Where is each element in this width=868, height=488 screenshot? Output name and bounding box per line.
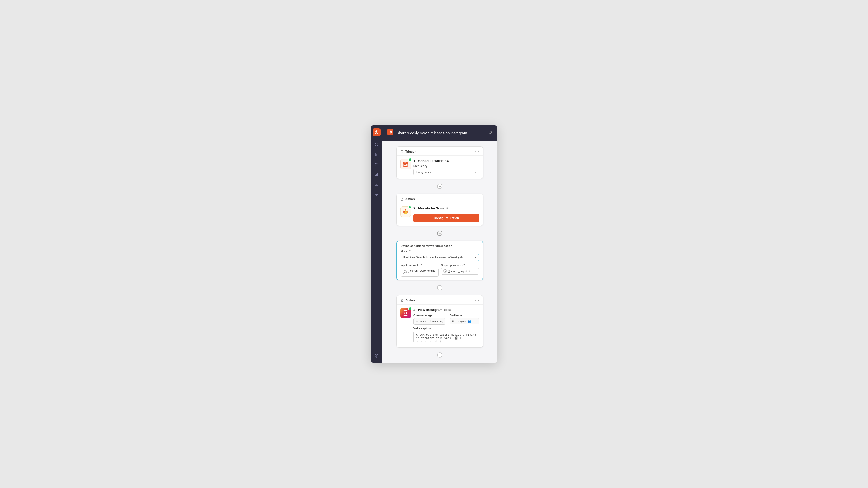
- frequency-select[interactable]: Every dayEvery weekEvery month: [413, 169, 479, 175]
- trigger-icon: [400, 150, 404, 153]
- action-1-step-info: 2. Models by Summit Configure Action: [413, 206, 479, 222]
- action-1-step-row: 2. Models by Summit Configure Action: [400, 206, 479, 222]
- add-step-4[interactable]: +: [437, 352, 442, 357]
- add-step-3[interactable]: +: [437, 285, 442, 290]
- eye-icon: 👁: [452, 319, 455, 323]
- help-icon[interactable]: [373, 352, 380, 360]
- conditions-card: Define conditions for workflow action Mo…: [396, 240, 483, 280]
- dashboard-icon[interactable]: [373, 140, 380, 148]
- caption-textarea[interactable]: [413, 331, 479, 343]
- image-value: movie_releases.png: [420, 320, 443, 323]
- input-param-input[interactable]: {{ current_week_ending }}: [401, 268, 439, 277]
- action-icon: [400, 197, 404, 201]
- input-param-group: Input parameter * {{ current_week_ending…: [401, 264, 439, 277]
- action-2-step-info: 3. New Instagram post Choose image: ＋: [413, 308, 479, 344]
- audience-value: Everyone: [456, 320, 467, 323]
- image-audience-row: Choose image: ＋ movie_releases.png Audie…: [413, 314, 479, 325]
- audience-people-icon: 👥: [468, 320, 471, 323]
- svg-point-24: [407, 312, 407, 312]
- reports-icon[interactable]: [373, 150, 380, 159]
- add-step-1[interactable]: +: [437, 184, 442, 189]
- image-tag[interactable]: ＋ movie_releases.png: [413, 318, 445, 325]
- trigger-label: Trigger: [405, 150, 415, 153]
- connector-line-2b: [439, 236, 440, 240]
- action-1-header-left: Action: [400, 197, 415, 201]
- output-param-group: Output parameter * {{ search_output }}: [441, 264, 479, 277]
- users-icon[interactable]: [373, 161, 380, 168]
- app-logo[interactable]: [373, 128, 380, 136]
- model-select-wrapper: Real-time Search: Movie Releases by Week…: [401, 254, 479, 261]
- header-title: Share weekly movie releases on Instagram: [397, 131, 486, 135]
- header-logo: [387, 129, 394, 135]
- svg-rect-8: [377, 173, 378, 176]
- input-param-icon: [403, 270, 407, 274]
- summit-badge: [408, 205, 412, 209]
- trigger-header-left: Trigger: [400, 150, 415, 153]
- output-param-value: {{ search_output }}: [448, 270, 470, 273]
- instagram-details: Choose image: ＋ movie_releases.png Audie…: [413, 314, 479, 344]
- svg-point-2: [376, 144, 377, 145]
- audience-tag[interactable]: 👁 Everyone 👥: [450, 318, 479, 324]
- svg-rect-16: [405, 164, 406, 165]
- trigger-step-info: 1. Schedule workflow Frequency: Every da…: [413, 159, 479, 175]
- svg-point-23: [404, 312, 407, 314]
- configure-action-button[interactable]: Configure Action: [413, 214, 479, 222]
- frequency-label: Frequency:: [413, 165, 479, 168]
- action-2-label: Action: [405, 299, 415, 302]
- connector-line-4: [439, 348, 440, 352]
- image-group: Choose image: ＋ movie_releases.png: [413, 314, 445, 325]
- analytics-icon[interactable]: [373, 171, 380, 178]
- connector-line-2a: [439, 226, 440, 231]
- input-param-label: Input parameter *: [401, 264, 439, 267]
- image-plus-icon: ＋: [415, 319, 418, 323]
- messages-icon[interactable]: [373, 180, 380, 189]
- trigger-step-row: 1. Schedule workflow Frequency: Every da…: [400, 159, 479, 175]
- audience-group: Audience: 👁 Everyone 👥: [450, 314, 479, 324]
- summit-icon-wrap: [400, 206, 411, 217]
- input-param-value: {{ current_week_ending }}: [408, 269, 436, 275]
- sidebar: [371, 125, 382, 363]
- audience-label: Audience:: [450, 314, 479, 317]
- trigger-more-menu[interactable]: ···: [475, 149, 479, 154]
- svg-point-20: [439, 233, 440, 233]
- action-card-2: Action ···: [396, 295, 483, 348]
- action-2-step-row: 3. New Instagram post Choose image: ＋: [400, 308, 479, 344]
- svg-rect-15: [404, 164, 405, 165]
- connector-line-1b: [439, 189, 440, 194]
- svg-point-1: [375, 143, 378, 146]
- instagram-icon-wrap: [400, 308, 411, 318]
- output-param-label: Output parameter *: [441, 264, 479, 267]
- connector-line-1a: [439, 179, 440, 184]
- svg-point-11: [376, 356, 377, 356]
- action-2-header-left: Action: [400, 299, 415, 302]
- action-1-label: Action: [405, 197, 415, 201]
- write-caption-label: Write caption:: [413, 327, 479, 330]
- connector-line-3b: [439, 290, 440, 295]
- action-2-more-menu[interactable]: ···: [475, 298, 479, 303]
- edit-icon[interactable]: [489, 131, 493, 136]
- action-1-card-body: 2. Models by Summit Configure Action: [397, 203, 483, 226]
- svg-rect-7: [376, 174, 377, 176]
- connector-2: [437, 226, 442, 240]
- svg-point-5: [377, 163, 378, 165]
- svg-point-4: [375, 163, 377, 165]
- action-1-more-menu[interactable]: ···: [475, 197, 479, 201]
- output-param-input[interactable]: {{ search_output }}: [441, 268, 479, 275]
- trigger-badge: [408, 158, 412, 162]
- instagram-badge: [408, 307, 412, 310]
- trigger-step-title: 1. Schedule workflow: [413, 159, 479, 163]
- action-card-1: Action ···: [396, 194, 483, 226]
- trigger-card-body: 1. Schedule workflow Frequency: Every da…: [397, 156, 483, 179]
- action-1-step-title: 2. Models by Summit: [413, 206, 479, 210]
- model-select[interactable]: Real-time Search: Movie Releases by Week…: [401, 254, 479, 261]
- svg-rect-6: [375, 175, 376, 176]
- frequency-select-wrapper: Every dayEvery weekEvery month: [413, 169, 479, 175]
- activity-icon[interactable]: [373, 191, 380, 198]
- workflow-area: Trigger ···: [382, 141, 497, 363]
- output-param-icon: [443, 269, 447, 273]
- action-card-1-header: Action ···: [397, 194, 483, 203]
- action-2-step-title: 3. New Instagram post: [413, 308, 479, 312]
- connector-4: +: [437, 348, 442, 357]
- main-content: Share weekly movie releases on Instagram: [382, 125, 497, 363]
- conditions-connector[interactable]: [437, 231, 442, 236]
